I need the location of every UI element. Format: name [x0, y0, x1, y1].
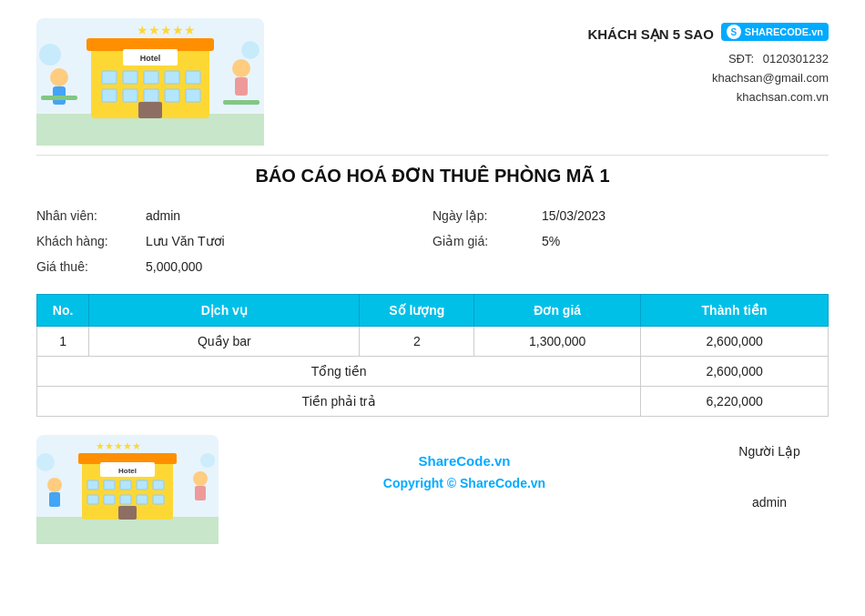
- sc-icon: S: [727, 25, 741, 39]
- svg-point-46: [193, 471, 208, 486]
- nhan-vien-label: Nhân viên:: [36, 208, 127, 223]
- svg-rect-25: [223, 100, 260, 105]
- svg-rect-7: [123, 71, 137, 84]
- th-total: Thành tiền: [641, 295, 829, 327]
- svg-rect-10: [186, 71, 200, 84]
- giam-gia-value: 5%: [542, 234, 560, 248]
- nhan-vien-value: admin: [146, 208, 180, 223]
- gia-thue-row: Giá thuê: 5,000,000: [36, 254, 432, 279]
- svg-point-49: [200, 453, 215, 468]
- svg-rect-34: [120, 480, 131, 490]
- total-value: 6,220,000: [641, 387, 829, 417]
- svg-rect-47: [195, 486, 206, 500]
- svg-point-44: [47, 478, 62, 492]
- svg-rect-16: [138, 102, 162, 118]
- sharecode-label: SHARECODE.vn: [745, 26, 823, 37]
- svg-text:★★★★★: ★★★★★: [137, 23, 196, 37]
- sharecode-badge: S SHARECODE.vn: [721, 23, 829, 41]
- hotel-name-label: KHÁCH SẠN 5 SAO: [587, 26, 713, 43]
- svg-text:Hotel: Hotel: [118, 467, 137, 475]
- report-title: BÁO CÁO HOÁ ĐƠN THUÊ PHÒNG MÃ 1: [36, 165, 829, 187]
- svg-rect-41: [153, 495, 164, 504]
- svg-rect-35: [137, 480, 148, 490]
- ngay-lap-label: Ngày lập:: [432, 208, 524, 223]
- cell-total: 2,600,000: [641, 327, 829, 357]
- svg-rect-38: [104, 495, 115, 504]
- subtotal-value: 2,600,000: [641, 357, 829, 387]
- svg-text:★★★★★: ★★★★★: [96, 440, 141, 451]
- svg-rect-12: [123, 89, 137, 102]
- th-price: Đơn giá: [474, 295, 641, 327]
- svg-rect-1: [36, 114, 264, 146]
- svg-rect-21: [235, 77, 248, 96]
- website-row: khachsan.com.vn: [587, 90, 829, 104]
- footer-center: ShareCode.vn Copyright © ShareCode.vn: [219, 435, 710, 490]
- svg-rect-11: [102, 89, 117, 102]
- gia-thue-label: Giá thuê:: [36, 259, 127, 274]
- svg-text:Hotel: Hotel: [140, 54, 161, 63]
- svg-rect-15: [186, 89, 200, 102]
- svg-rect-36: [153, 480, 164, 490]
- svg-rect-45: [49, 492, 60, 507]
- total-row: Tiền phải trả 6,220,000: [37, 387, 829, 417]
- svg-point-48: [36, 453, 55, 471]
- th-service: Dịch vụ: [89, 295, 360, 327]
- svg-rect-8: [144, 71, 158, 84]
- subtotal-row: Tổng tiền 2,600,000: [37, 357, 829, 387]
- svg-point-20: [232, 59, 250, 77]
- page: Hotel ★★★★★: [0, 0, 865, 616]
- khach-hang-label: Khách hàng:: [36, 234, 127, 248]
- svg-rect-27: [36, 517, 219, 544]
- svg-rect-3: [86, 38, 214, 51]
- email-value: khachsan@gmail.com: [712, 71, 829, 85]
- footer-section: Hotel ★★★★★: [36, 435, 829, 544]
- svg-point-23: [241, 41, 260, 59]
- cell-qty: 2: [360, 327, 474, 357]
- footer-copyright: Copyright © ShareCode.vn: [383, 476, 545, 490]
- website-value: khachsan.com.vn: [737, 90, 829, 104]
- cell-service: Quầy bar: [89, 327, 360, 357]
- header-divider: [36, 155, 829, 156]
- svg-rect-13: [144, 89, 158, 102]
- footer-sharecode-link: ShareCode.vn: [219, 453, 710, 469]
- hotel-illustration-top: Hotel ★★★★★: [36, 18, 264, 146]
- th-qty: Số lượng: [360, 295, 474, 327]
- svg-rect-40: [137, 495, 148, 504]
- svg-rect-42: [118, 506, 137, 520]
- svg-rect-24: [41, 96, 77, 100]
- cell-no: 1: [37, 327, 89, 357]
- phone-row: SĐT: 0120301232: [587, 52, 829, 66]
- svg-rect-37: [87, 495, 98, 504]
- cell-unit-price: 1,300,000: [474, 327, 641, 357]
- ngay-lap-row: Ngày lập: 15/03/2023: [432, 203, 829, 228]
- total-label: Tiền phải trả: [37, 387, 641, 417]
- table-header-row: No. Dịch vụ Số lượng Đơn giá Thành tiền: [37, 295, 829, 327]
- gia-thue-value: 5,000,000: [146, 259, 202, 274]
- subtotal-label: Tổng tiền: [37, 357, 641, 387]
- hotel-illustration-bottom: Hotel ★★★★★: [36, 435, 219, 544]
- invoice-table: No. Dịch vụ Số lượng Đơn giá Thành tiền …: [36, 294, 829, 417]
- svg-rect-14: [165, 89, 179, 102]
- info-left: Nhân viên: admin Khách hàng: Lưu Văn Tươ…: [36, 203, 432, 279]
- svg-point-22: [39, 44, 61, 66]
- svg-rect-32: [87, 480, 98, 490]
- giam-gia-label: Giảm giá:: [432, 234, 524, 248]
- hotel-info: KHÁCH SẠN 5 SAO S SHARECODE.vn SĐT: 0120…: [587, 18, 829, 109]
- info-right: Ngày lập: 15/03/2023 Giảm giá: 5%: [432, 203, 829, 279]
- email-row: khachsan@gmail.com: [587, 71, 829, 85]
- signer-name: admin: [710, 495, 829, 510]
- giam-gia-row: Giảm giá: 5%: [432, 228, 829, 254]
- svg-rect-6: [102, 71, 117, 84]
- svg-rect-39: [120, 495, 131, 504]
- invoice-info-grid: Nhân viên: admin Khách hàng: Lưu Văn Tươ…: [36, 203, 829, 279]
- th-no: No.: [37, 295, 89, 327]
- signer-label: Người Lập: [710, 444, 829, 459]
- ngay-lap-value: 15/03/2023: [542, 208, 606, 223]
- phone-value: 0120301232: [763, 52, 829, 66]
- footer-signer: Người Lập admin: [710, 435, 829, 510]
- svg-rect-33: [104, 480, 115, 490]
- svg-rect-9: [165, 71, 179, 84]
- khach-hang-value: Lưu Văn Tươi: [146, 234, 225, 248]
- phone-label: SĐT:: [728, 52, 754, 66]
- khach-hang-row: Khách hàng: Lưu Văn Tươi: [36, 228, 432, 254]
